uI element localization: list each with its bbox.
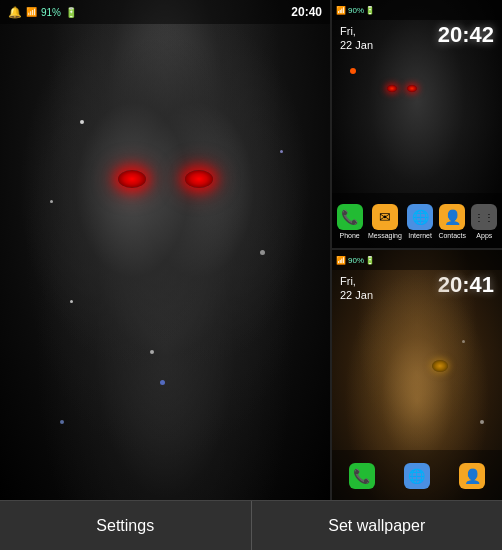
network-icon: 📶 — [26, 7, 37, 17]
dock-top: 📞 Phone ✉ Messaging 🌐 Internet 👤 Contact… — [332, 193, 502, 248]
dock-internet-label: Internet — [408, 232, 432, 239]
phone-preview-top: 📶 90% 🔋 Fri, 22 Jan 20:42 — [330, 0, 502, 250]
set-wallpaper-button[interactable]: Set wallpaper — [252, 501, 503, 550]
main-container: 🔔 📶 91% 🔋 20:40 — [0, 0, 502, 500]
dock-contacts-label: Contacts — [438, 232, 466, 239]
dock-contacts-icon: 👤 — [439, 204, 465, 230]
bottom-dot-1 — [480, 420, 484, 424]
bottom-status-icon: 📶 — [336, 256, 346, 265]
sparkle-6 — [150, 350, 154, 354]
dock-bottom-internet[interactable]: 🌐 — [404, 463, 430, 489]
dock-apps-icon: ⋮⋮ — [471, 204, 497, 230]
dock-bottom-contacts[interactable]: 👤 — [459, 463, 485, 489]
phone-preview-bottom: 📶 90% 🔋 Fri, 22 Jan 20:41 — [330, 250, 502, 500]
phone-time-top: 20:42 — [438, 22, 494, 48]
dock-icon-internet[interactable]: 🌐 Internet — [407, 204, 433, 239]
lion-eye-bottom — [432, 360, 448, 372]
color-dot-1 — [160, 380, 165, 385]
date-line1-top: Fri, — [340, 24, 373, 38]
lion-eye-right — [185, 170, 213, 188]
left-wallpaper: 🔔 📶 91% 🔋 20:40 — [0, 0, 330, 500]
dock-icon-phone[interactable]: 📞 Phone — [337, 204, 363, 239]
lion-face-overlay — [0, 0, 330, 500]
dock-icon-apps[interactable]: ⋮⋮ Apps — [471, 204, 497, 239]
bottom-battery-icon: 🔋 — [365, 256, 375, 265]
dock-bottom-internet-icon: 🌐 — [404, 463, 430, 489]
battery-percent: 91% — [41, 7, 61, 18]
date-line2-top: 22 Jan — [340, 38, 373, 52]
notification-dot — [350, 68, 356, 74]
dock-bottom: 📞 🌐 👤 — [332, 450, 502, 500]
status-time-left: 20:40 — [291, 5, 322, 19]
lion-eye-left — [118, 170, 146, 188]
sparkle-4 — [260, 250, 265, 255]
dock-bottom-phone[interactable]: 📞 — [349, 463, 375, 489]
dock-phone-icon: 📞 — [337, 204, 363, 230]
alarm-icon: 🔔 — [8, 6, 22, 19]
sparkle-5 — [280, 150, 283, 153]
status-bar-left: 🔔 📶 91% 🔋 20:40 — [0, 0, 330, 24]
sparkle-2 — [50, 200, 53, 203]
bottom-dot-2 — [462, 340, 465, 343]
top-status-icon: 📶 — [336, 6, 346, 15]
dock-internet-icon: 🌐 — [407, 204, 433, 230]
small-lion-eye-left — [387, 85, 397, 92]
dock-icon-messaging[interactable]: ✉ Messaging — [368, 204, 402, 239]
top-battery-icon: 🔋 — [365, 6, 375, 15]
dock-msg-label: Messaging — [368, 232, 402, 239]
top-battery: 90% — [348, 6, 364, 15]
small-lion-eye-right — [407, 85, 417, 92]
sparkle-1 — [80, 120, 84, 124]
color-dot-2 — [60, 420, 64, 424]
dock-bottom-phone-icon: 📞 — [349, 463, 375, 489]
dock-msg-icon: ✉ — [372, 204, 398, 230]
bottom-buttons: Settings Set wallpaper — [0, 500, 502, 550]
dock-phone-label: Phone — [340, 232, 360, 239]
phone-date-top: Fri, 22 Jan — [340, 24, 373, 52]
right-panel: 📶 90% 🔋 Fri, 22 Jan 20:42 — [330, 0, 502, 500]
dock-apps-label: Apps — [476, 232, 492, 239]
settings-button[interactable]: Settings — [0, 501, 252, 550]
sparkle-3 — [70, 300, 73, 303]
battery-icon: 🔋 — [65, 7, 77, 18]
phone-preview-top-wallpaper: 📶 90% 🔋 Fri, 22 Jan 20:42 — [332, 0, 502, 248]
left-panel: 🔔 📶 91% 🔋 20:40 — [0, 0, 330, 500]
status-icons-left: 🔔 📶 91% 🔋 — [8, 6, 77, 19]
status-bar-right-top: 📶 90% 🔋 — [332, 0, 502, 20]
dock-icon-contacts[interactable]: 👤 Contacts — [438, 204, 466, 239]
status-bar-right-bottom: 📶 90% 🔋 — [332, 250, 502, 270]
bottom-battery: 90% — [348, 256, 364, 265]
dock-bottom-contacts-icon: 👤 — [459, 463, 485, 489]
phone-preview-bottom-wallpaper: 📶 90% 🔋 Fri, 22 Jan 20:41 — [332, 250, 502, 500]
